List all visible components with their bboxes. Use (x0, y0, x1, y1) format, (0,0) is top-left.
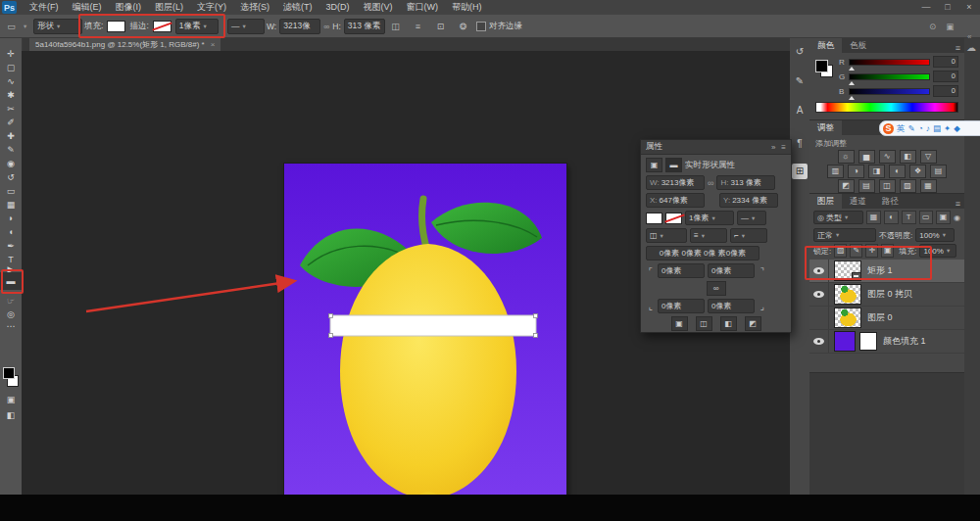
sync-cloud-icon[interactable]: ☁ (966, 42, 976, 53)
panel-menu-icon[interactable]: ≡ (956, 199, 964, 209)
panel-menu-icon[interactable]: ≡ (956, 43, 964, 53)
layer-thumbnail[interactable] (834, 331, 856, 352)
shape-y-field[interactable]: Y: 2334 像素 (719, 193, 778, 208)
layer-thumbnail[interactable] (834, 308, 861, 328)
healing-brush-tool[interactable]: ✚ (0, 129, 22, 143)
foreground-color-swatch[interactable] (815, 60, 828, 72)
path-arrangement-icon[interactable]: ⊡ (433, 22, 448, 31)
toolbox-icon[interactable]: ✦ (944, 122, 951, 134)
edit-toolbar-button[interactable]: ⋯ (0, 319, 22, 333)
filter-shape-layers-icon[interactable]: ▭ (919, 211, 934, 224)
foreground-background-swatches[interactable] (3, 367, 19, 387)
tab-color[interactable]: 颜色 (809, 38, 842, 53)
rectangle-shape-layer[interactable] (330, 315, 536, 336)
pathfinder-subtract-icon[interactable]: ◫ (696, 316, 712, 331)
visibility-toggle[interactable] (809, 260, 829, 282)
channel-mixer-icon[interactable]: ❖ (909, 165, 926, 178)
document-tab[interactable]: 5a140fa5964b1.png @ 12.5%(矩形 1, RGB/8#) … (29, 38, 220, 51)
visibility-toggle[interactable] (809, 330, 829, 353)
blend-mode-dropdown[interactable]: 正常 ▾ (813, 228, 876, 242)
anchor-handle[interactable] (534, 314, 538, 318)
masks-icon[interactable]: ▣ (646, 158, 662, 172)
lock-pixels-icon[interactable]: ✎ (850, 244, 862, 258)
selective-color-icon[interactable]: ▦ (920, 179, 937, 193)
maximize-button[interactable]: □ (937, 0, 958, 15)
layer-name[interactable]: 矩形 1 (867, 264, 893, 277)
levels-icon[interactable]: ▅ (858, 150, 875, 164)
filter-pixel-layers-icon[interactable]: ▦ (866, 211, 881, 224)
lock-transparent-icon[interactable]: ▨ (834, 244, 847, 258)
panel-menu-icon[interactable]: ≡ (781, 143, 786, 152)
stroke-color-swatch[interactable] (665, 213, 682, 224)
sogou-logo[interactable]: S (883, 123, 894, 134)
filter-adjustment-layers-icon[interactable]: ◐ (884, 211, 899, 224)
tab-channels[interactable]: 通道 (842, 194, 874, 209)
brush-tool[interactable]: ✎ (0, 143, 22, 157)
quick-selection-tool[interactable]: ✱ (0, 88, 22, 102)
menu-item-file[interactable]: 文件(F) (23, 0, 66, 15)
filter-toggle-icon[interactable]: ◉ (954, 213, 960, 222)
stroke-type-dropdown[interactable]: — ▾ (227, 19, 265, 34)
eraser-tool[interactable]: ▭ (0, 184, 22, 198)
tab-swatches[interactable]: 色板 (842, 38, 874, 53)
menu-item-filter[interactable]: 滤镜(T) (276, 0, 319, 15)
hand-tool[interactable]: ☞ (0, 294, 22, 308)
emoji-icon[interactable]: ◔ (918, 122, 923, 134)
quick-mask-button[interactable]: ▣ (0, 393, 22, 406)
eyedropper-tool[interactable]: ✐ (0, 116, 22, 129)
menu-item-select[interactable]: 选择(S) (233, 0, 276, 15)
tab-layers[interactable]: 图层 (809, 194, 842, 209)
threshold-icon[interactable]: ◫ (879, 179, 896, 193)
menu-item-view[interactable]: 视图(V) (357, 0, 400, 15)
history-panel-icon[interactable]: ↺ (792, 44, 808, 60)
fill-color-swatch[interactable] (107, 21, 125, 32)
history-brush-tool[interactable]: ↺ (0, 170, 22, 184)
collapse-panel-icon[interactable]: » (771, 143, 775, 152)
document-canvas[interactable] (284, 164, 566, 521)
green-slider[interactable] (849, 73, 930, 80)
stroke-align-dropdown[interactable]: ◫ ▾ (646, 228, 687, 243)
stroke-color-swatch[interactable] (153, 21, 172, 32)
layer-mask-thumbnail[interactable] (859, 332, 877, 351)
shape-height-input[interactable]: 313 像素 (344, 19, 385, 34)
invert-icon[interactable]: ◩ (838, 179, 855, 193)
menu-item-window[interactable]: 窗口(W) (400, 0, 446, 15)
workspace-switcher-icon[interactable]: ▣ (946, 22, 954, 31)
shape-width-field[interactable]: W: 3213像素 (646, 175, 705, 190)
geometry-options-gear-icon[interactable]: ❂ (456, 22, 470, 31)
filter-smart-object-icon[interactable]: ▣ (936, 211, 951, 224)
anchor-handle[interactable] (329, 334, 333, 338)
gradient-map-icon[interactable]: ▨ (900, 179, 916, 193)
layer-row-layer-0[interactable]: 图层 0 (809, 307, 964, 330)
voice-input-icon[interactable]: ♪ (926, 122, 930, 134)
red-slider[interactable] (849, 59, 930, 66)
close-button[interactable]: × (958, 0, 980, 15)
black-white-icon[interactable]: ◨ (868, 165, 885, 178)
fill-color-swatch[interactable] (646, 213, 662, 224)
properties-header[interactable]: 属性 » ≡ (641, 140, 791, 155)
vibrance-icon[interactable]: ▽ (920, 150, 937, 164)
color-balance-icon[interactable]: ◑ (848, 165, 864, 178)
lock-all-icon[interactable]: ▣ (881, 244, 894, 258)
radius-bottom-left-field[interactable]: 0像素 (658, 299, 705, 313)
menu-item-image[interactable]: 图像(I) (109, 0, 149, 15)
dodge-tool[interactable]: ◖ (0, 225, 22, 239)
live-shape-icon[interactable]: ▬ (665, 158, 682, 172)
move-tool[interactable]: ✛ (0, 47, 22, 61)
rectangle-tool[interactable]: ▬ (0, 272, 22, 290)
curves-icon[interactable]: ∿ (879, 150, 896, 164)
paragraph-panel-icon[interactable]: ¶ (792, 136, 808, 152)
keyboard-icon[interactable]: ▤ (933, 122, 941, 134)
lock-position-icon[interactable]: ✛ (865, 244, 878, 258)
character-panel-icon[interactable]: A (792, 103, 808, 118)
filter-type-layers-icon[interactable]: T (902, 211, 916, 224)
posterize-icon[interactable]: ▤ (858, 179, 875, 193)
layer-row-rectangle-1[interactable]: 矩形 1 (809, 260, 964, 283)
menu-item-layer[interactable]: 图层(L) (148, 0, 190, 15)
layer-row-layer-0-copy[interactable]: 图层 0 拷贝 (809, 283, 964, 307)
layer-name[interactable]: 颜色填充 1 (883, 335, 926, 348)
gradient-tool[interactable]: ▦ (0, 198, 22, 212)
blue-value[interactable]: 0 (933, 85, 958, 97)
radius-top-right-field[interactable]: 0像素 (708, 263, 755, 278)
skin-icon[interactable]: ◆ (954, 122, 960, 134)
